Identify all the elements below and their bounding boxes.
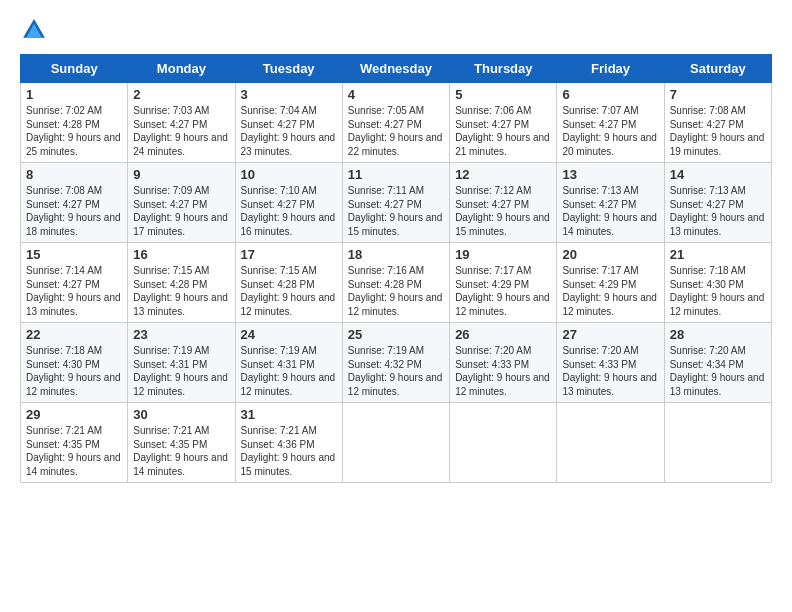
cell-info: Sunrise: 7:14 AMSunset: 4:27 PMDaylight:… xyxy=(26,265,121,317)
day-number: 11 xyxy=(348,167,444,182)
calendar-week-3: 15 Sunrise: 7:14 AMSunset: 4:27 PMDaylig… xyxy=(21,243,772,323)
day-number: 4 xyxy=(348,87,444,102)
cell-info: Sunrise: 7:19 AMSunset: 4:32 PMDaylight:… xyxy=(348,345,443,397)
day-number: 17 xyxy=(241,247,337,262)
col-header-monday: Monday xyxy=(128,55,235,83)
calendar-cell: 10 Sunrise: 7:10 AMSunset: 4:27 PMDaylig… xyxy=(235,163,342,243)
calendar-week-4: 22 Sunrise: 7:18 AMSunset: 4:30 PMDaylig… xyxy=(21,323,772,403)
calendar-cell: 1 Sunrise: 7:02 AMSunset: 4:28 PMDayligh… xyxy=(21,83,128,163)
col-header-sunday: Sunday xyxy=(21,55,128,83)
cell-info: Sunrise: 7:21 AMSunset: 4:35 PMDaylight:… xyxy=(26,425,121,477)
calendar-cell: 6 Sunrise: 7:07 AMSunset: 4:27 PMDayligh… xyxy=(557,83,664,163)
day-number: 22 xyxy=(26,327,122,342)
page-header xyxy=(20,16,772,44)
calendar-cell: 4 Sunrise: 7:05 AMSunset: 4:27 PMDayligh… xyxy=(342,83,449,163)
calendar-week-5: 29 Sunrise: 7:21 AMSunset: 4:35 PMDaylig… xyxy=(21,403,772,483)
cell-info: Sunrise: 7:06 AMSunset: 4:27 PMDaylight:… xyxy=(455,105,550,157)
day-number: 19 xyxy=(455,247,551,262)
calendar-cell: 12 Sunrise: 7:12 AMSunset: 4:27 PMDaylig… xyxy=(450,163,557,243)
day-number: 25 xyxy=(348,327,444,342)
cell-info: Sunrise: 7:12 AMSunset: 4:27 PMDaylight:… xyxy=(455,185,550,237)
cell-info: Sunrise: 7:20 AMSunset: 4:34 PMDaylight:… xyxy=(670,345,765,397)
day-number: 6 xyxy=(562,87,658,102)
calendar-cell: 28 Sunrise: 7:20 AMSunset: 4:34 PMDaylig… xyxy=(664,323,771,403)
cell-info: Sunrise: 7:05 AMSunset: 4:27 PMDaylight:… xyxy=(348,105,443,157)
day-number: 24 xyxy=(241,327,337,342)
cell-info: Sunrise: 7:13 AMSunset: 4:27 PMDaylight:… xyxy=(562,185,657,237)
cell-info: Sunrise: 7:17 AMSunset: 4:29 PMDaylight:… xyxy=(562,265,657,317)
calendar-cell: 13 Sunrise: 7:13 AMSunset: 4:27 PMDaylig… xyxy=(557,163,664,243)
day-number: 28 xyxy=(670,327,766,342)
calendar-cell xyxy=(450,403,557,483)
col-header-saturday: Saturday xyxy=(664,55,771,83)
calendar-cell: 2 Sunrise: 7:03 AMSunset: 4:27 PMDayligh… xyxy=(128,83,235,163)
calendar-cell: 16 Sunrise: 7:15 AMSunset: 4:28 PMDaylig… xyxy=(128,243,235,323)
cell-info: Sunrise: 7:04 AMSunset: 4:27 PMDaylight:… xyxy=(241,105,336,157)
day-number: 5 xyxy=(455,87,551,102)
calendar-cell: 29 Sunrise: 7:21 AMSunset: 4:35 PMDaylig… xyxy=(21,403,128,483)
calendar-cell: 17 Sunrise: 7:15 AMSunset: 4:28 PMDaylig… xyxy=(235,243,342,323)
col-header-thursday: Thursday xyxy=(450,55,557,83)
cell-info: Sunrise: 7:18 AMSunset: 4:30 PMDaylight:… xyxy=(670,265,765,317)
calendar-cell: 9 Sunrise: 7:09 AMSunset: 4:27 PMDayligh… xyxy=(128,163,235,243)
day-number: 14 xyxy=(670,167,766,182)
cell-info: Sunrise: 7:10 AMSunset: 4:27 PMDaylight:… xyxy=(241,185,336,237)
day-number: 9 xyxy=(133,167,229,182)
calendar-cell: 5 Sunrise: 7:06 AMSunset: 4:27 PMDayligh… xyxy=(450,83,557,163)
cell-info: Sunrise: 7:18 AMSunset: 4:30 PMDaylight:… xyxy=(26,345,121,397)
calendar-week-1: 1 Sunrise: 7:02 AMSunset: 4:28 PMDayligh… xyxy=(21,83,772,163)
day-number: 10 xyxy=(241,167,337,182)
cell-info: Sunrise: 7:17 AMSunset: 4:29 PMDaylight:… xyxy=(455,265,550,317)
day-number: 2 xyxy=(133,87,229,102)
calendar-cell: 27 Sunrise: 7:20 AMSunset: 4:33 PMDaylig… xyxy=(557,323,664,403)
calendar-cell: 8 Sunrise: 7:08 AMSunset: 4:27 PMDayligh… xyxy=(21,163,128,243)
day-number: 21 xyxy=(670,247,766,262)
cell-info: Sunrise: 7:07 AMSunset: 4:27 PMDaylight:… xyxy=(562,105,657,157)
day-number: 30 xyxy=(133,407,229,422)
day-number: 29 xyxy=(26,407,122,422)
calendar-cell: 31 Sunrise: 7:21 AMSunset: 4:36 PMDaylig… xyxy=(235,403,342,483)
logo-icon xyxy=(20,16,48,44)
calendar-week-2: 8 Sunrise: 7:08 AMSunset: 4:27 PMDayligh… xyxy=(21,163,772,243)
day-number: 16 xyxy=(133,247,229,262)
cell-info: Sunrise: 7:20 AMSunset: 4:33 PMDaylight:… xyxy=(562,345,657,397)
cell-info: Sunrise: 7:15 AMSunset: 4:28 PMDaylight:… xyxy=(133,265,228,317)
calendar-cell: 20 Sunrise: 7:17 AMSunset: 4:29 PMDaylig… xyxy=(557,243,664,323)
calendar-cell: 11 Sunrise: 7:11 AMSunset: 4:27 PMDaylig… xyxy=(342,163,449,243)
cell-info: Sunrise: 7:08 AMSunset: 4:27 PMDaylight:… xyxy=(26,185,121,237)
calendar-cell xyxy=(342,403,449,483)
day-number: 31 xyxy=(241,407,337,422)
calendar-cell: 14 Sunrise: 7:13 AMSunset: 4:27 PMDaylig… xyxy=(664,163,771,243)
calendar-cell: 26 Sunrise: 7:20 AMSunset: 4:33 PMDaylig… xyxy=(450,323,557,403)
col-header-wednesday: Wednesday xyxy=(342,55,449,83)
calendar-cell: 7 Sunrise: 7:08 AMSunset: 4:27 PMDayligh… xyxy=(664,83,771,163)
day-number: 26 xyxy=(455,327,551,342)
cell-info: Sunrise: 7:08 AMSunset: 4:27 PMDaylight:… xyxy=(670,105,765,157)
col-header-tuesday: Tuesday xyxy=(235,55,342,83)
cell-info: Sunrise: 7:21 AMSunset: 4:36 PMDaylight:… xyxy=(241,425,336,477)
cell-info: Sunrise: 7:15 AMSunset: 4:28 PMDaylight:… xyxy=(241,265,336,317)
cell-info: Sunrise: 7:13 AMSunset: 4:27 PMDaylight:… xyxy=(670,185,765,237)
day-number: 12 xyxy=(455,167,551,182)
logo xyxy=(20,16,52,44)
day-number: 1 xyxy=(26,87,122,102)
day-number: 27 xyxy=(562,327,658,342)
cell-info: Sunrise: 7:21 AMSunset: 4:35 PMDaylight:… xyxy=(133,425,228,477)
calendar-cell: 3 Sunrise: 7:04 AMSunset: 4:27 PMDayligh… xyxy=(235,83,342,163)
day-number: 23 xyxy=(133,327,229,342)
calendar-cell: 25 Sunrise: 7:19 AMSunset: 4:32 PMDaylig… xyxy=(342,323,449,403)
day-number: 13 xyxy=(562,167,658,182)
day-number: 18 xyxy=(348,247,444,262)
cell-info: Sunrise: 7:19 AMSunset: 4:31 PMDaylight:… xyxy=(241,345,336,397)
calendar-cell: 22 Sunrise: 7:18 AMSunset: 4:30 PMDaylig… xyxy=(21,323,128,403)
calendar-cell: 15 Sunrise: 7:14 AMSunset: 4:27 PMDaylig… xyxy=(21,243,128,323)
calendar-cell: 21 Sunrise: 7:18 AMSunset: 4:30 PMDaylig… xyxy=(664,243,771,323)
day-number: 7 xyxy=(670,87,766,102)
calendar-cell: 30 Sunrise: 7:21 AMSunset: 4:35 PMDaylig… xyxy=(128,403,235,483)
cell-info: Sunrise: 7:11 AMSunset: 4:27 PMDaylight:… xyxy=(348,185,443,237)
day-number: 15 xyxy=(26,247,122,262)
calendar-table: SundayMondayTuesdayWednesdayThursdayFrid… xyxy=(20,54,772,483)
calendar-cell xyxy=(664,403,771,483)
calendar-cell: 24 Sunrise: 7:19 AMSunset: 4:31 PMDaylig… xyxy=(235,323,342,403)
cell-info: Sunrise: 7:19 AMSunset: 4:31 PMDaylight:… xyxy=(133,345,228,397)
